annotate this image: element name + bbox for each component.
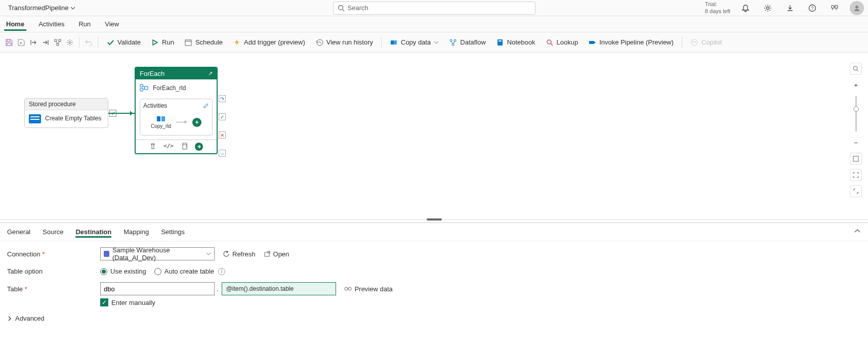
undo-icon[interactable]	[84, 37, 94, 48]
trial-info: Trial: 8 days left	[705, 1, 730, 14]
panel-collapse-icon[interactable]	[854, 228, 861, 236]
schedule-button[interactable]: Schedule	[180, 36, 227, 49]
activity-name: Create Empty Tables	[45, 115, 101, 123]
activity-stored-procedure[interactable]: Stored procedure Create Empty Tables	[24, 98, 108, 128]
run-button[interactable]: Run	[147, 36, 178, 49]
panel-splitter[interactable]	[0, 219, 868, 223]
menu-tab-run[interactable]: Run	[76, 17, 93, 31]
activities-label: Activities	[143, 102, 167, 109]
svg-point-10	[855, 6, 858, 9]
delete-icon[interactable]	[149, 143, 156, 150]
expand-icon[interactable]: ↗	[208, 70, 213, 77]
schema-input[interactable]	[100, 282, 215, 295]
port-skip-icon[interactable]: ↷	[219, 95, 226, 102]
edit-icon[interactable]	[203, 103, 209, 109]
chevron-down-icon	[206, 251, 211, 256]
refresh-button[interactable]: Refresh	[223, 250, 256, 258]
invoke-pipeline-button[interactable]: Invoke Pipeline (Preview)	[584, 36, 678, 49]
svg-line-41	[143, 88, 145, 90]
radio-use-existing[interactable]: Use existing	[100, 268, 146, 275]
svg-line-46	[857, 70, 858, 71]
activity-name: ForEach_rld	[153, 84, 186, 92]
svg-point-31	[547, 40, 551, 44]
port-completion-icon[interactable]: →	[219, 150, 226, 157]
svg-rect-38	[140, 88, 143, 91]
pipeline-title-dropdown[interactable]: TransformedPipeline	[4, 2, 79, 14]
settings-icon[interactable]	[761, 1, 775, 15]
enter-manually-label: Enter manually	[111, 299, 155, 306]
preview-data-button[interactable]: Preview data	[344, 285, 393, 293]
port-success-icon[interactable]: ✓	[219, 113, 226, 120]
lookup-button[interactable]: Lookup	[542, 36, 583, 49]
add-trigger-button[interactable]: Add trigger (preview)	[229, 36, 309, 49]
view-run-history-button[interactable]: View run history	[311, 36, 377, 49]
svg-rect-29	[498, 39, 503, 46]
svg-point-49	[345, 287, 348, 290]
notebook-button[interactable]: Notebook	[492, 36, 540, 49]
fit-screen-icon[interactable]	[850, 153, 862, 165]
enter-manually-checkbox[interactable]: ✓	[100, 298, 108, 306]
panel-tab-destination[interactable]: Destination	[75, 226, 111, 238]
add-activity-button[interactable]: +	[192, 118, 201, 127]
foreach-icon	[140, 83, 149, 93]
import-icon[interactable]	[40, 37, 51, 48]
export-icon[interactable]	[28, 37, 38, 48]
activity-type-label: Stored procedure	[25, 99, 108, 110]
table-option-label: Table option	[7, 268, 100, 275]
dataflow-button[interactable]: Dataflow	[445, 36, 490, 49]
svg-rect-19	[185, 40, 191, 46]
menu-tab-activities[interactable]: Activities	[36, 17, 66, 31]
notifications-icon[interactable]	[738, 1, 753, 15]
panel-tab-source[interactable]: Source	[43, 226, 63, 238]
svg-point-18	[69, 41, 71, 43]
pipeline-canvas[interactable]: Stored procedure Create Empty Tables ✓ F…	[0, 53, 868, 219]
copy-icon[interactable]	[181, 143, 188, 150]
minimap-icon[interactable]	[850, 185, 862, 197]
code-icon[interactable]: </>	[163, 143, 174, 151]
validate-button[interactable]: Validate	[102, 36, 145, 49]
panel-tab-general[interactable]: General	[7, 226, 30, 238]
foreach-inner-activities[interactable]: Activities Copy_rld +	[140, 99, 213, 136]
copilot-button[interactable]: Copilot	[686, 36, 726, 49]
help-icon[interactable]: ?	[805, 1, 819, 15]
variables-icon[interactable]	[53, 37, 63, 48]
connection-dropdown[interactable]: Sample Warehouse (Data_AI_Dev)	[100, 247, 215, 260]
activity-foreach[interactable]: ForEach ↗ ForEach_rld Activities Copy_rl…	[135, 67, 218, 154]
fullscreen-icon[interactable]	[850, 169, 862, 181]
panel-tab-settings[interactable]: Settings	[161, 226, 185, 238]
copy-data-button[interactable]: Copy data	[386, 36, 443, 49]
gear-icon[interactable]	[65, 37, 75, 48]
feedback-icon[interactable]	[828, 1, 842, 15]
zoom-slider[interactable]	[855, 96, 857, 131]
save-run-icon[interactable]	[16, 37, 26, 48]
search-box[interactable]: Search	[333, 2, 535, 15]
svg-rect-47	[853, 156, 858, 161]
menu-tab-home[interactable]: Home	[4, 17, 26, 31]
svg-point-26	[450, 39, 452, 41]
svg-rect-43	[161, 116, 165, 121]
zoom-out-icon[interactable]: −	[850, 137, 862, 149]
port-fail-icon[interactable]: ✕	[219, 131, 226, 139]
open-button[interactable]: Open	[264, 250, 290, 258]
svg-point-50	[348, 287, 351, 290]
canvas-search-icon[interactable]	[850, 63, 862, 75]
inner-activity-copy[interactable]: Copy_rld	[151, 115, 171, 129]
svg-point-2	[767, 7, 769, 9]
download-icon[interactable]	[783, 1, 797, 15]
advanced-toggle[interactable]: Advanced	[7, 315, 861, 322]
svg-point-35	[693, 41, 694, 42]
info-icon[interactable]: i	[218, 268, 225, 275]
save-icon[interactable]	[4, 37, 14, 48]
radio-auto-create[interactable]: Auto create tablei	[154, 268, 225, 275]
chevron-down-icon	[70, 6, 75, 11]
zoom-in-icon[interactable]: +	[850, 79, 862, 91]
connector-arrow	[108, 113, 135, 114]
panel-tab-mapping[interactable]: Mapping	[123, 226, 149, 238]
user-avatar[interactable]	[850, 1, 864, 15]
run-activity-icon[interactable]	[195, 143, 203, 151]
pipeline-title: TransformedPipeline	[8, 4, 68, 12]
warehouse-icon	[104, 251, 109, 257]
svg-text:?: ?	[811, 6, 813, 11]
table-expression-input[interactable]: @item().destination.table	[222, 282, 336, 295]
menu-tab-view[interactable]: View	[103, 17, 121, 31]
